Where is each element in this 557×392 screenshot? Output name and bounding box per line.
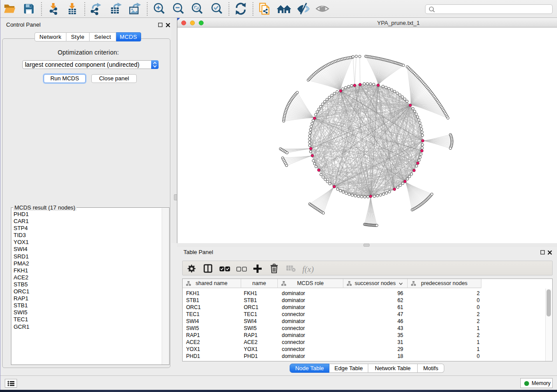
svg-text:f(x): f(x) xyxy=(302,265,314,274)
